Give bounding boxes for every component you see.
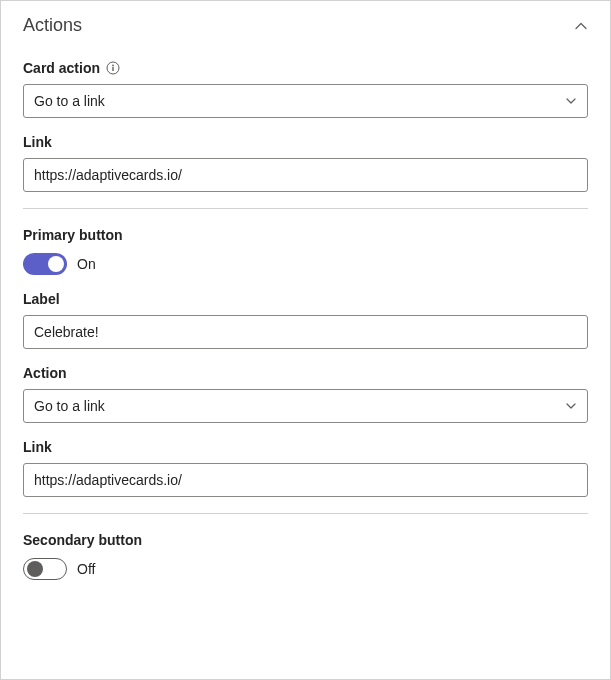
primary-link-group: Link https://adaptivecards.io/ bbox=[23, 439, 588, 497]
card-action-link-input[interactable]: https://adaptivecards.io/ bbox=[23, 158, 588, 192]
chevron-down-icon bbox=[565, 400, 577, 412]
card-action-link-value: https://adaptivecards.io/ bbox=[34, 167, 182, 183]
divider bbox=[23, 208, 588, 209]
chevron-down-icon bbox=[565, 95, 577, 107]
info-icon[interactable] bbox=[106, 61, 120, 75]
card-action-link-group: Link https://adaptivecards.io/ bbox=[23, 134, 588, 192]
primary-button-toggle-row: On bbox=[23, 253, 588, 275]
primary-action-value: Go to a link bbox=[34, 398, 565, 414]
secondary-button-toggle-state: Off bbox=[77, 561, 95, 577]
panel-header[interactable]: Actions bbox=[23, 15, 588, 36]
primary-label-value: Celebrate! bbox=[34, 324, 99, 340]
svg-point-1 bbox=[112, 65, 114, 67]
primary-action-group: Action Go to a link bbox=[23, 365, 588, 423]
card-action-link-label: Link bbox=[23, 134, 588, 150]
divider bbox=[23, 513, 588, 514]
primary-label-label: Label bbox=[23, 291, 588, 307]
primary-action-label: Action bbox=[23, 365, 588, 381]
chevron-up-icon[interactable] bbox=[574, 19, 588, 33]
primary-button-toggle[interactable] bbox=[23, 253, 67, 275]
primary-button-header: Primary button bbox=[23, 227, 588, 243]
card-action-label-row: Card action bbox=[23, 60, 588, 76]
secondary-button-header: Secondary button bbox=[23, 532, 588, 548]
actions-panel: Actions Card action Go to a link Link ht… bbox=[0, 0, 611, 680]
primary-label-group: Label Celebrate! bbox=[23, 291, 588, 349]
card-action-group: Card action Go to a link bbox=[23, 60, 588, 118]
secondary-button-toggle[interactable] bbox=[23, 558, 67, 580]
primary-action-select[interactable]: Go to a link bbox=[23, 389, 588, 423]
card-action-label: Card action bbox=[23, 60, 100, 76]
primary-button-toggle-state: On bbox=[77, 256, 96, 272]
panel-title: Actions bbox=[23, 15, 82, 36]
card-action-select[interactable]: Go to a link bbox=[23, 84, 588, 118]
svg-rect-2 bbox=[112, 67, 113, 71]
toggle-knob bbox=[48, 256, 64, 272]
toggle-knob bbox=[27, 561, 43, 577]
secondary-button-toggle-row: Off bbox=[23, 558, 588, 580]
primary-link-label: Link bbox=[23, 439, 588, 455]
primary-link-input[interactable]: https://adaptivecards.io/ bbox=[23, 463, 588, 497]
primary-link-value: https://adaptivecards.io/ bbox=[34, 472, 182, 488]
primary-label-input[interactable]: Celebrate! bbox=[23, 315, 588, 349]
card-action-value: Go to a link bbox=[34, 93, 565, 109]
